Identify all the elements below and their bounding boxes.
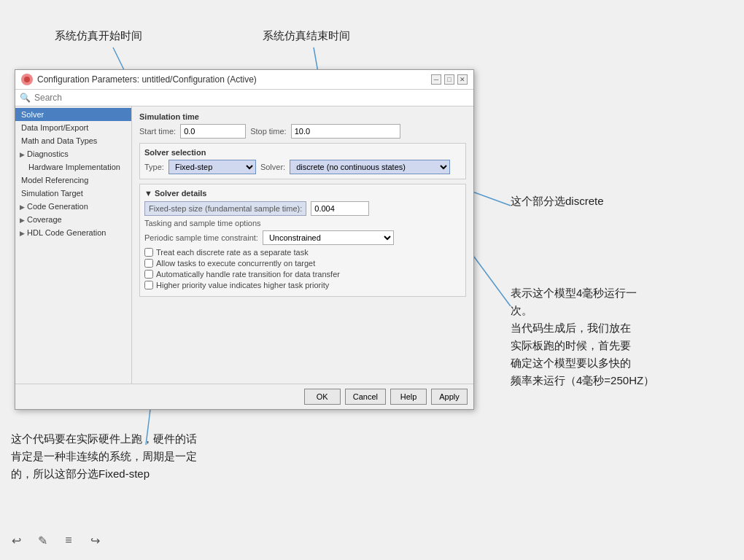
sidebar-item-diagnostics[interactable]: ▶Diagnostics [15, 147, 131, 160]
fixed-step-row: Fixed-step size (fundamental sample time… [144, 201, 461, 216]
checkbox-4[interactable] [144, 281, 153, 289]
close-button[interactable]: ✕ [457, 74, 468, 85]
arrow-icon: ▶ [20, 151, 25, 158]
checkbox-item-4: Higher priority value indicates higher t… [144, 281, 461, 289]
tasking-label: Tasking and sample time options [144, 219, 461, 228]
search-input[interactable] [34, 93, 469, 103]
list-button[interactable]: ≡ [60, 532, 77, 549]
solver-select[interactable]: discrete (no continuous states) [290, 160, 450, 174]
arrow-icon-2: ▶ [20, 203, 25, 211]
checkbox-item-3: Automatically handle rate transition for… [144, 270, 461, 279]
checkbox-item-1: Treat each discrete rate as a separate t… [144, 248, 461, 257]
type-select[interactable]: Fixed-step [168, 160, 256, 174]
apply-button[interactable]: Apply [431, 389, 468, 405]
dialog-titlebar: Configuration Parameters: untitled/Confi… [15, 70, 473, 90]
sidebar-item-hardware[interactable]: Hardware Implementation [15, 160, 131, 174]
sidebar-item-data-import[interactable]: Data Import/Export [15, 121, 131, 134]
sidebar-item-math[interactable]: Math and Data Types [15, 134, 131, 147]
content-area: Simulation time Start time: Stop time: S… [132, 106, 473, 384]
solver-label: Solver: [260, 163, 285, 171]
ok-button[interactable]: OK [304, 389, 341, 405]
annotation-right-bottom: 表示这个模型4毫秒运行一 次。 当代码生成后，我们放在 实际板跑的时候，首先要 … [511, 284, 654, 389]
fixed-step-input[interactable] [311, 201, 369, 216]
periodic-select[interactable]: Unconstrained [263, 230, 394, 245]
search-icon: 🔍 [20, 93, 31, 103]
sidebar: Solver Data Import/Export Math and Data … [15, 106, 132, 384]
sidebar-item-sim-target[interactable]: Simulation Target [15, 187, 131, 200]
sidebar-item-coverage[interactable]: ▶Coverage [15, 213, 131, 226]
checkbox-2[interactable] [144, 259, 153, 268]
svg-point-5 [24, 77, 30, 82]
solver-selection-label: Solver selection [144, 148, 461, 157]
dialog-controls: ─ □ ✕ [431, 74, 468, 85]
simulation-time-label: Simulation time [139, 112, 466, 121]
minimize-button[interactable]: ─ [431, 74, 441, 85]
sidebar-item-solver[interactable]: Solver [15, 108, 131, 121]
checkbox-label-2: Allow tasks to execute concurrently on t… [156, 259, 315, 268]
dialog-title: Configuration Parameters: untitled/Confi… [37, 74, 257, 85]
start-time-label: Start time: [139, 127, 176, 136]
checkbox-3[interactable] [144, 270, 153, 279]
annotation-top-left: 系统仿真开始时间 [55, 28, 142, 44]
stop-time-label: Stop time: [250, 127, 287, 136]
checkbox-item-2: Allow tasks to execute concurrently on t… [144, 259, 461, 268]
solver-details-section: ▼ Solver details Fixed-step size (fundam… [139, 184, 466, 297]
checkbox-label-1: Treat each discrete rate as a separate t… [156, 248, 309, 257]
help-button[interactable]: Help [390, 389, 427, 405]
edit-button[interactable]: ✎ [34, 532, 51, 549]
arrow-icon-4: ▶ [20, 230, 25, 237]
sidebar-item-model-ref[interactable]: Model Referencing [15, 174, 131, 187]
periodic-label: Periodic sample time constraint: [144, 233, 258, 242]
solver-row: Type: Fixed-step Solver: discrete (no co… [144, 160, 461, 174]
dialog-icon [21, 74, 33, 85]
cancel-button[interactable]: Cancel [345, 389, 386, 405]
type-select-wrap: Fixed-step [168, 160, 256, 174]
annotation-top-right: 系统仿真结束时间 [263, 28, 350, 44]
start-time-input[interactable] [180, 124, 246, 139]
configuration-dialog: Configuration Parameters: untitled/Confi… [15, 69, 474, 410]
dialog-footer: OK Cancel Help Apply [15, 384, 473, 409]
solver-details-header: ▼ Solver details [144, 189, 461, 198]
tasking-section: Tasking and sample time options Periodic… [144, 219, 461, 289]
simulation-time-row: Start time: Stop time: [139, 124, 466, 139]
periodic-row: Periodic sample time constraint: Unconst… [144, 230, 461, 245]
undo-button[interactable]: ↩ [7, 532, 25, 549]
bottom-toolbar: ↩ ✎ ≡ ↪ [7, 532, 104, 549]
annotation-bottom-left: 这个代码要在实际硬件上跑，硬件的话 肯定是一种非连续的系统，周期是一定 的，所以… [11, 430, 197, 483]
checkbox-1[interactable] [144, 248, 153, 257]
dialog-body: Solver Data Import/Export Math and Data … [15, 106, 473, 384]
redo-button[interactable]: ↪ [86, 532, 104, 549]
solver-select-wrap: discrete (no continuous states) [290, 160, 450, 174]
fixed-step-label: Fixed-step size (fundamental sample time… [144, 201, 306, 216]
checkbox-label-3: Automatically handle rate transition for… [156, 270, 340, 279]
search-bar: 🔍 [15, 90, 473, 106]
stop-time-input[interactable] [291, 124, 400, 139]
sidebar-item-code-gen[interactable]: ▶Code Generation [15, 200, 131, 213]
titlebar-left: Configuration Parameters: untitled/Confi… [21, 74, 257, 85]
checkbox-label-4: Higher priority value indicates higher t… [156, 281, 329, 289]
solver-selection-section: Solver selection Type: Fixed-step Solver… [139, 143, 466, 179]
maximize-button[interactable]: □ [444, 74, 454, 85]
arrow-icon-3: ▶ [20, 217, 25, 224]
type-label: Type: [144, 163, 164, 171]
sidebar-item-hdl[interactable]: ▶HDL Code Generation [15, 226, 131, 239]
annotation-right-top: 这个部分选discrete [511, 193, 604, 210]
